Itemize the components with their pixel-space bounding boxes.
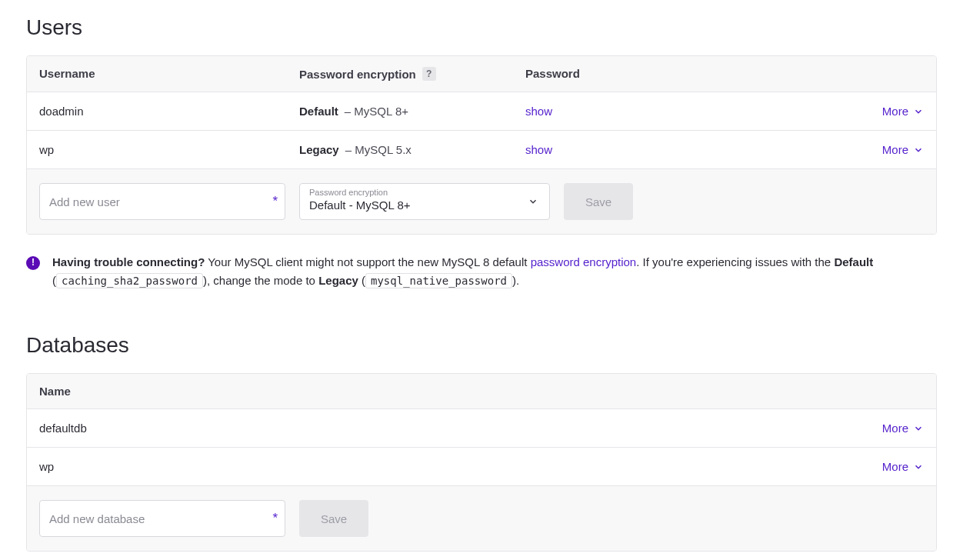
- user-more-menu[interactable]: More: [882, 143, 924, 156]
- database-more-menu[interactable]: More: [882, 422, 924, 435]
- required-mark: *: [272, 511, 278, 526]
- user-more-menu[interactable]: More: [882, 105, 924, 118]
- help-icon[interactable]: ?: [422, 67, 436, 81]
- chevron-down-icon: [913, 106, 924, 117]
- more-label: More: [882, 460, 908, 473]
- notice-legacy: Legacy: [318, 274, 358, 287]
- user-username: doadmin: [39, 105, 299, 118]
- user-row: wp Legacy – MySQL 5.x show More: [27, 131, 936, 169]
- database-name: defaultdb: [39, 422, 882, 435]
- info-icon: !: [26, 256, 40, 270]
- notice-mid: ), change the mode to: [203, 274, 318, 287]
- users-panel: Username Password encryption ? Password …: [26, 55, 937, 235]
- user-username: wp: [39, 143, 299, 156]
- header-username: Username: [39, 67, 299, 81]
- more-label: More: [882, 143, 908, 156]
- enc-version: – MySQL 5.x: [345, 143, 412, 156]
- password-encryption-link[interactable]: password encryption: [531, 255, 637, 268]
- chevron-down-icon: [913, 423, 924, 434]
- header-encryption-label: Password encryption: [299, 68, 416, 81]
- databases-panel: Name defaultdb More wp More * Save: [26, 373, 937, 552]
- more-label: More: [882, 105, 908, 118]
- enc-version: – MySQL 8+: [345, 105, 408, 118]
- encryption-select-value: Default - MySQL 8+: [309, 197, 520, 215]
- save-user-button[interactable]: Save: [564, 183, 633, 220]
- show-password-link[interactable]: show: [525, 105, 552, 118]
- add-database-input[interactable]: [39, 500, 285, 537]
- connection-notice: ! Having trouble connecting? Your MySQL …: [26, 253, 937, 290]
- database-row: defaultdb More: [27, 409, 936, 448]
- database-more-menu[interactable]: More: [882, 460, 924, 473]
- notice-part1: Your MySQL client might not support the …: [205, 255, 530, 268]
- user-encryption: Legacy – MySQL 5.x: [299, 143, 525, 156]
- chevron-down-icon: [528, 196, 538, 207]
- show-password-link[interactable]: show: [525, 143, 552, 156]
- code-native: mysql_native_password: [365, 273, 512, 288]
- code-caching: caching_sha2_password: [56, 273, 203, 288]
- notice-lead: Having trouble connecting?: [52, 255, 205, 268]
- chevron-down-icon: [913, 145, 924, 155]
- databases-table-header: Name: [27, 374, 936, 409]
- add-user-input[interactable]: [39, 183, 285, 220]
- notice-body: Having trouble connecting? Your MySQL cl…: [52, 253, 937, 290]
- users-table-header: Username Password encryption ? Password: [27, 56, 936, 92]
- header-password: Password: [525, 67, 924, 81]
- required-mark: *: [272, 194, 278, 209]
- notice-part2: . If you're experiencing issues with the: [636, 255, 834, 268]
- database-name: wp: [39, 460, 882, 473]
- enc-mode: Legacy: [299, 143, 339, 156]
- header-name: Name: [39, 385, 924, 398]
- notice-paren2: (: [358, 274, 365, 287]
- save-database-button[interactable]: Save: [299, 500, 368, 537]
- database-row: wp More: [27, 448, 936, 486]
- user-encryption: Default – MySQL 8+: [299, 105, 525, 118]
- databases-title: Databases: [26, 333, 937, 358]
- users-title: Users: [26, 15, 937, 40]
- encryption-select-label: Password encryption: [309, 188, 520, 197]
- more-label: More: [882, 422, 908, 435]
- notice-close: ).: [512, 274, 519, 287]
- notice-default: Default: [834, 255, 873, 268]
- user-row: doadmin Default – MySQL 8+ show More: [27, 92, 936, 131]
- enc-mode: Default: [299, 105, 338, 118]
- chevron-down-icon: [913, 462, 924, 472]
- databases-add-row: * Save: [27, 486, 936, 551]
- users-add-row: * Password encryption Default - MySQL 8+…: [27, 169, 936, 234]
- encryption-select[interactable]: Password encryption Default - MySQL 8+: [299, 183, 550, 220]
- header-encryption: Password encryption ?: [299, 67, 525, 81]
